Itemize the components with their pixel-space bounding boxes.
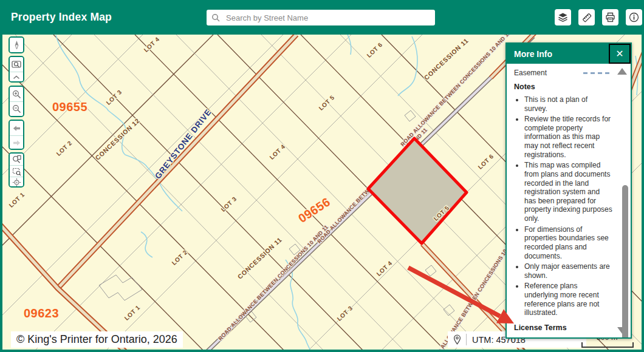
note-item: This is not a plan of survey. [524, 95, 612, 113]
next-extent-button[interactable] [10, 135, 23, 150]
layers-button[interactable] [555, 9, 571, 25]
notes-heading: Notes [514, 83, 612, 92]
measure-button[interactable] [578, 9, 595, 25]
map-frame-right [642, 35, 644, 352]
zoom-window-button[interactable] [10, 57, 23, 72]
close-icon: ✕ [615, 48, 623, 59]
note-item: Reference plans underlying more recent r… [524, 282, 612, 317]
scale-bar [581, 342, 634, 348]
legend-easement-label: Easement [514, 69, 547, 78]
toolbar-group-select [9, 152, 24, 188]
identify-button[interactable] [10, 154, 23, 165]
chevron-up-icon [13, 75, 20, 80]
center-map-button[interactable] [10, 177, 23, 188]
print-button[interactable] [602, 9, 618, 25]
note-item: For dimensions of properties boundaries … [524, 225, 612, 261]
scroll-up-arrow[interactable] [617, 68, 627, 75]
identify-icon [12, 155, 21, 164]
location-pin-icon [448, 334, 466, 345]
crosshair-icon [12, 178, 21, 187]
note-item: Only major easements are shown. [524, 262, 612, 280]
note-item: Review the title records for complete pr… [524, 115, 612, 159]
previous-extent-button[interactable] [10, 121, 23, 135]
toolbar-group-zoom [9, 86, 24, 117]
property-index-map-app: ROAD ALLOWANCE BETWEEN CONCESSIONS 10 AN… [0, 0, 644, 352]
more-info-panel: More Info ✕ Easement Notes This is not a… [505, 42, 632, 339]
map-frame-left [0, 35, 2, 352]
more-info-body: Easement Notes This is not a plan of sur… [507, 64, 631, 337]
license-text: Some of the information is provided by t… [514, 336, 609, 337]
close-button[interactable]: ✕ [609, 44, 631, 64]
block-number-label: 09655 [52, 100, 87, 113]
compass-icon [13, 40, 21, 50]
toolbar-group-extent [9, 120, 24, 150]
note-item: This map was compiled from plans and doc… [524, 161, 612, 223]
north-compass-button[interactable] [10, 38, 23, 52]
zoom-out-icon [12, 104, 21, 113]
license-paragraph: Some of the information is provided by t… [514, 336, 612, 337]
panel-title: More Info [507, 49, 552, 59]
more-info-header: More Info ✕ [507, 44, 631, 64]
toolbar-group-compass [9, 36, 24, 53]
notes-list: This is not a plan of survey. Review the… [514, 95, 612, 317]
easement-dash-symbol [583, 72, 612, 74]
arrow-right-icon [12, 138, 21, 147]
app-header: Property Index Map [0, 0, 644, 35]
zoom-in-button[interactable] [10, 87, 23, 101]
zoom-window-icon [12, 60, 22, 69]
scrollbar-thumb[interactable] [622, 185, 628, 337]
map-frame-bottom [0, 350, 644, 352]
zoom-out-button[interactable] [10, 101, 23, 116]
arrow-left-icon [12, 124, 21, 133]
copyright-notice: © King's Printer for Ontario, 2026 [11, 331, 183, 348]
zoom-in-icon [12, 90, 21, 99]
search-input[interactable] [225, 13, 430, 23]
license-terms-heading: License Terms [514, 323, 612, 333]
info-icon [629, 12, 639, 22]
street-search [207, 10, 435, 25]
search-icon [211, 13, 220, 22]
legend-row-easement: Easement [514, 69, 612, 78]
select-area-icon [12, 167, 21, 176]
select-area-button[interactable] [10, 165, 23, 177]
block-number-label: 09623 [24, 306, 59, 320]
collapse-button[interactable] [10, 72, 23, 82]
printer-icon [605, 12, 615, 22]
layers-icon [558, 12, 568, 22]
info-button[interactable] [626, 9, 642, 25]
toolbar-group-zoomwindow [9, 56, 24, 83]
ruler-icon [581, 12, 592, 23]
page-title: Property Index Map [11, 0, 112, 35]
